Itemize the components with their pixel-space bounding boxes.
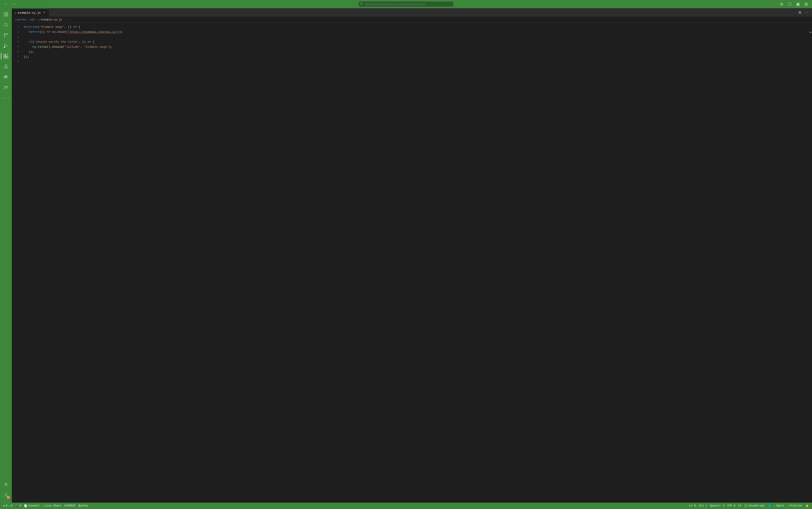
search-input[interactable] xyxy=(358,1,454,7)
status-language[interactable]: {} JavaScript xyxy=(743,503,766,509)
breadcrumb-sep-1: › xyxy=(27,18,29,21)
error-icon: ⊗ xyxy=(3,504,5,508)
forward-button[interactable]: → xyxy=(11,1,17,7)
editor-area: ⚠ example.cy.js × ⧉ ··· cypress › e2e › … xyxy=(12,8,812,503)
quokka-label: Quokka xyxy=(78,504,88,507)
customize-layout-button[interactable]: ⊞ xyxy=(803,1,809,7)
svg-point-6 xyxy=(7,33,8,35)
status-eol[interactable]: LF xyxy=(737,503,743,509)
status-spaces[interactable]: Spaces: 2 xyxy=(708,503,726,509)
liveshare-label: Live Share xyxy=(45,504,61,507)
breadcrumb-current-file[interactable]: example.cy.js xyxy=(41,18,62,21)
extensions-badge: 1 xyxy=(6,53,9,56)
svg-rect-2 xyxy=(6,15,8,16)
code-editor[interactable]: describe('Example page', () => { ·before… xyxy=(21,23,812,503)
toggle-panel-button[interactable]: ☐ xyxy=(786,1,793,7)
status-cursor[interactable]: Ln 8, Col 1 xyxy=(688,503,708,509)
svg-rect-0 xyxy=(4,12,6,16)
back-button[interactable]: ← xyxy=(3,1,9,7)
svg-point-22 xyxy=(5,483,7,484)
remote-icon: 🔌 xyxy=(15,504,19,508)
breadcrumb-cypress[interactable]: cypress xyxy=(15,18,26,21)
svg-point-3 xyxy=(4,23,7,26)
svg-rect-1 xyxy=(6,12,8,14)
more-actions-button[interactable]: ··· xyxy=(804,9,810,16)
sidebar-item-source-control[interactable] xyxy=(1,30,11,40)
hash-label: #428026 xyxy=(64,504,75,507)
sidebar-item-explorer[interactable] xyxy=(1,9,11,19)
sidebar-item-flask[interactable] xyxy=(1,62,11,72)
search-bar-wrapper: 🔍 xyxy=(358,1,454,7)
eol-label: LF xyxy=(738,504,741,507)
status-globe[interactable]: 🌐 xyxy=(766,503,772,509)
breadcrumb: cypress › e2e › ⚠ example.cy.js › ... xyxy=(12,17,812,23)
spell-label: Spell xyxy=(776,504,784,507)
sidebar-item-extensions[interactable]: 1 xyxy=(1,51,11,61)
svg-rect-19 xyxy=(6,76,7,76)
split-editor-button[interactable]: ⧉ xyxy=(778,1,785,7)
minimap xyxy=(809,23,812,503)
status-liveshare[interactable]: ↗ Live Share xyxy=(41,503,63,509)
breadcrumb-sep-2: › xyxy=(36,18,37,21)
activity-bar-bottom: EL xyxy=(1,479,11,503)
settings-user-badge: EL xyxy=(7,496,10,499)
title-bar: ← → 🔍 ⧉ ☐ ▣ ⊞ xyxy=(0,0,812,8)
warning-count: 0 xyxy=(11,504,12,507)
status-spell[interactable]: ✓ Spell xyxy=(772,503,786,509)
status-encoding[interactable]: UTF-8 xyxy=(726,503,737,509)
main-container: 1 xyxy=(0,8,812,503)
sidebar-item-search[interactable] xyxy=(1,20,11,30)
svg-point-23 xyxy=(5,494,7,496)
sidebar-item-more[interactable]: ··· xyxy=(1,93,11,103)
remote-count: 0 xyxy=(20,504,21,507)
sidebar-item-account[interactable] xyxy=(1,479,11,489)
toggle-sidebar-button[interactable]: ▣ xyxy=(795,1,801,7)
svg-rect-12 xyxy=(4,56,6,58)
svg-rect-17 xyxy=(6,76,7,77)
tab-example-cy-js[interactable]: ⚠ example.cy.js × xyxy=(12,9,49,16)
editor-content[interactable]: 1 2 3 4 5 6 7 8 describe('Example page',… xyxy=(12,23,812,503)
sidebar-item-settings[interactable]: EL xyxy=(1,490,11,500)
breadcrumb-ellipsis[interactable]: ... xyxy=(65,18,70,21)
error-count: 0 xyxy=(6,504,7,507)
svg-point-5 xyxy=(4,33,5,35)
svg-point-7 xyxy=(4,36,5,37)
language-label: JavaScript xyxy=(748,504,765,507)
split-editor-right-button[interactable]: ⧉ xyxy=(797,9,803,16)
status-remote-count[interactable]: 🔌 0 xyxy=(14,503,23,509)
line-numbers: 1 2 3 4 5 6 7 8 xyxy=(12,23,21,503)
breadcrumb-e2e[interactable]: e2e xyxy=(30,18,35,21)
status-notifications[interactable]: 🔔 xyxy=(804,503,810,509)
sidebar-item-docker[interactable] xyxy=(1,72,11,82)
encoding-label: UTF-8 xyxy=(727,504,735,507)
activity-bar: 1 xyxy=(0,8,12,503)
spaces-label: Spaces: 2 xyxy=(710,504,725,507)
title-bar-right: ⧉ ☐ ▣ ⊞ xyxy=(778,1,809,7)
svg-rect-13 xyxy=(6,56,8,58)
svg-rect-16 xyxy=(5,76,6,77)
tab-bar: ⚠ example.cy.js × ⧉ ··· xyxy=(12,8,812,17)
connect-label: Connect xyxy=(28,504,39,507)
sidebar-item-run-debug[interactable] xyxy=(1,41,11,51)
tab-label: example.cy.js xyxy=(18,11,41,14)
status-quokka[interactable]: Quokka xyxy=(77,503,89,509)
connect-icon: 📄 xyxy=(24,504,27,508)
scroll-marker xyxy=(809,32,812,33)
sidebar-item-remote[interactable] xyxy=(1,82,11,93)
prettier-label: Prettier xyxy=(789,504,803,507)
tab-close-button[interactable]: × xyxy=(42,11,46,15)
svg-line-4 xyxy=(7,26,8,27)
breadcrumb-sep-3: › xyxy=(63,18,65,21)
tab-warning-icon: ⚠ xyxy=(14,11,16,14)
globe-icon: 🌐 xyxy=(768,504,771,508)
language-icon: {} xyxy=(744,504,747,507)
svg-rect-10 xyxy=(4,54,6,56)
status-hash[interactable]: #428026 xyxy=(63,503,77,509)
status-errors[interactable]: ⊗ 0 ⚠ 0 xyxy=(2,503,14,509)
svg-rect-18 xyxy=(5,76,6,76)
status-connect[interactable]: 📄 Connect xyxy=(23,503,41,509)
warning-icon: ⚠ xyxy=(8,504,10,508)
nav-buttons: ← → xyxy=(3,1,17,7)
status-bar: ⊗ 0 ⚠ 0 🔌 0 📄 Connect ↗ Live Share #4280… xyxy=(0,503,812,509)
status-prettier[interactable]: ✓ Prettier xyxy=(786,503,804,509)
